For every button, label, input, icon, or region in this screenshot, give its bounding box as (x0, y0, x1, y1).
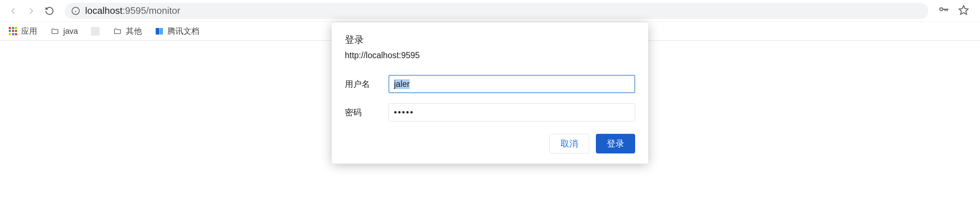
bookmark-java-label: java (63, 27, 78, 36)
password-key-icon[interactable] (938, 4, 950, 17)
username-label: 用户名 (345, 79, 388, 90)
bookmark-tencent-docs[interactable]: 腾讯文档 (155, 26, 199, 37)
address-bar[interactable]: localhost:9595/monitor (65, 3, 928, 19)
bookmark-other[interactable]: 其他 (113, 26, 142, 37)
svg-rect-4 (156, 28, 159, 35)
dialog-title: 登录 (345, 33, 635, 46)
username-row: 用户名 jaler (345, 75, 635, 93)
reload-button[interactable] (44, 5, 55, 17)
bookmark-star-icon[interactable] (958, 5, 969, 17)
username-value: jaler (394, 79, 410, 89)
folder-icon (50, 27, 60, 35)
bookmark-other-label: 其他 (126, 26, 142, 37)
password-label: 密码 (345, 107, 388, 118)
password-row: 密码 ••••• (345, 103, 635, 121)
tencent-docs-icon (155, 27, 164, 36)
apps-grid-icon (9, 27, 18, 36)
password-input[interactable]: ••••• (388, 103, 635, 121)
url-text: localhost:9595/monitor (85, 5, 180, 16)
bookmark-apps[interactable]: 应用 (9, 26, 37, 37)
toolbar-right (938, 4, 973, 17)
url-host: localhost (85, 5, 123, 16)
bookmark-blank[interactable] (91, 27, 100, 36)
cancel-button[interactable]: 取消 (549, 134, 589, 154)
folder-icon (113, 27, 122, 35)
bookmark-tencent-label: 腾讯文档 (167, 26, 199, 37)
submit-button[interactable]: 登录 (596, 134, 635, 154)
username-input[interactable]: jaler (388, 75, 635, 93)
url-port: :9595 (123, 5, 146, 16)
auth-dialog: 登录 http://localhost:9595 用户名 jaler 密码 ••… (332, 22, 648, 163)
browser-toolbar: localhost:9595/monitor (0, 0, 980, 22)
svg-rect-5 (160, 28, 163, 35)
blank-page-icon (91, 27, 100, 36)
forward-button[interactable] (25, 5, 37, 17)
dialog-actions: 取消 登录 (345, 134, 635, 154)
dialog-origin: http://localhost:9595 (345, 51, 635, 60)
bookmark-java[interactable]: java (50, 27, 78, 36)
back-button[interactable] (7, 5, 19, 17)
password-mask: ••••• (394, 108, 414, 117)
bookmark-apps-label: 应用 (21, 26, 37, 37)
svg-marker-3 (959, 5, 968, 14)
url-path: /monitor (146, 5, 180, 16)
site-info-icon[interactable] (71, 6, 80, 15)
